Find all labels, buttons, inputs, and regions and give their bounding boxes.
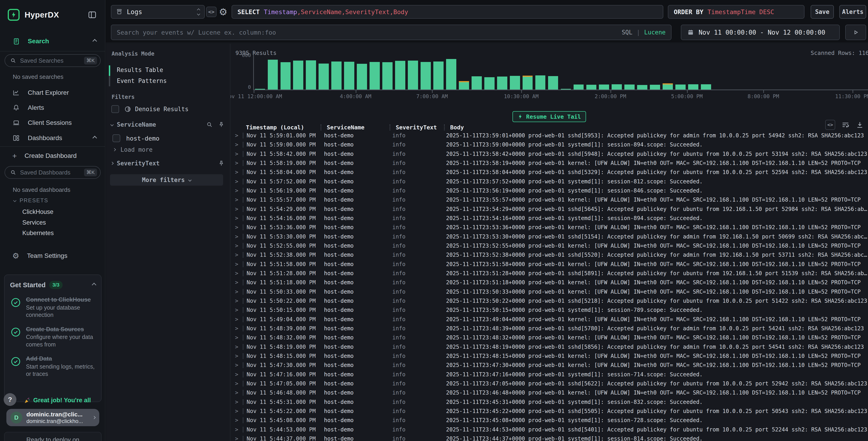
histogram-bar[interactable] bbox=[599, 85, 609, 90]
resume-live-tail-button[interactable]: Resume Live Tail bbox=[513, 111, 586, 122]
row-expand-icon[interactable]: > bbox=[235, 197, 243, 203]
histogram-bar[interactable] bbox=[548, 76, 558, 90]
histogram-bar[interactable] bbox=[688, 84, 699, 90]
mode-results-table[interactable]: Results Table bbox=[117, 66, 163, 74]
checkbox[interactable] bbox=[111, 105, 119, 113]
histogram-bar[interactable] bbox=[612, 84, 622, 90]
log-row[interactable]: >Nov 11 5:55:57.000 PMhost-demoinfo2025-… bbox=[230, 195, 868, 204]
log-row[interactable]: >Nov 11 5:59:00.000 PMhost-demoinfo2025-… bbox=[230, 140, 868, 149]
row-expand-icon[interactable]: > bbox=[235, 399, 243, 405]
row-expand-icon[interactable]: > bbox=[235, 224, 243, 231]
histogram-bar[interactable] bbox=[268, 60, 278, 90]
log-row[interactable]: >Nov 11 5:59:01.000 PMhost-demoinfo2025-… bbox=[230, 131, 868, 140]
log-row[interactable]: >Nov 11 5:44:53.000 PMhost-demoinfo2025-… bbox=[230, 425, 868, 434]
column-resize-handle[interactable] bbox=[390, 124, 393, 130]
log-row[interactable]: >Nov 11 5:51:28.000 PMhost-demoinfo2025-… bbox=[230, 269, 868, 278]
log-row[interactable]: >Nov 11 5:58:42.000 PMhost-demoinfo2025-… bbox=[230, 149, 868, 158]
select-query-input[interactable]: SELECT Timestamp,ServiceName,SeverityTex… bbox=[231, 5, 663, 19]
column-header-timestamp[interactable]: Timestamp (Local) bbox=[246, 124, 320, 131]
gear-icon[interactable]: ⚙ bbox=[217, 5, 229, 19]
row-expand-icon[interactable]: > bbox=[235, 142, 243, 148]
column-header-body[interactable]: Body bbox=[447, 124, 464, 131]
log-row[interactable]: >Nov 11 5:49:04.000 PMhost-demoinfo2025-… bbox=[230, 315, 868, 324]
row-expand-icon[interactable]: > bbox=[235, 344, 243, 350]
checkbox[interactable] bbox=[113, 135, 120, 142]
histogram-bar[interactable] bbox=[472, 76, 482, 90]
row-expand-icon[interactable]: > bbox=[235, 160, 243, 166]
histogram-bar[interactable] bbox=[408, 61, 418, 90]
save-button[interactable]: Save bbox=[811, 5, 834, 19]
histogram-bar[interactable] bbox=[586, 85, 596, 90]
row-expand-icon[interactable]: > bbox=[235, 325, 243, 332]
histogram-bar[interactable] bbox=[510, 76, 520, 90]
row-expand-icon[interactable]: > bbox=[235, 427, 243, 433]
log-row[interactable]: >Nov 11 5:44:37.000 PMhost-demoinfo2025-… bbox=[230, 434, 868, 441]
histogram-bar[interactable] bbox=[574, 85, 584, 90]
log-row[interactable]: >Nov 11 5:46:48.000 PMhost-demoinfo2025-… bbox=[230, 388, 868, 397]
log-row[interactable]: >Nov 11 5:50:33.000 PMhost-demoinfo2025-… bbox=[230, 287, 868, 296]
deploy-banner[interactable]: Ready to deploy on bbox=[4, 432, 101, 441]
row-expand-icon[interactable]: > bbox=[235, 234, 243, 240]
histogram-bar[interactable] bbox=[395, 61, 405, 90]
filter-group-severitytext[interactable]: SeverityText bbox=[111, 160, 225, 167]
row-expand-icon[interactable]: > bbox=[235, 169, 243, 175]
log-row[interactable]: >Nov 11 5:58:04.000 PMhost-demoinfo2025-… bbox=[230, 168, 868, 177]
histogram-bar[interactable] bbox=[650, 85, 660, 90]
event-search-input[interactable]: Search your events w/ Lucene ex. column:… bbox=[111, 25, 672, 40]
sidebar-item-team-settings[interactable]: ⚙ Team Settings bbox=[0, 251, 105, 261]
histogram-bar[interactable] bbox=[624, 85, 634, 90]
sql-toggle[interactable]: SQL bbox=[622, 29, 632, 36]
source-select[interactable]: Logs bbox=[111, 5, 205, 19]
row-expand-icon[interactable]: > bbox=[235, 371, 243, 378]
log-row[interactable]: >Nov 11 5:51:18.000 PMhost-demoinfo2025-… bbox=[230, 278, 868, 287]
histogram-bar[interactable] bbox=[318, 63, 329, 90]
log-row[interactable]: >Nov 11 5:45:31.000 PMhost-demoinfo2025-… bbox=[230, 398, 868, 407]
row-expand-icon[interactable]: > bbox=[235, 353, 243, 359]
order-by-input[interactable]: ORDER BY TimestampTime DESC bbox=[668, 5, 804, 19]
sidebar-item-alerts[interactable]: Alerts bbox=[0, 102, 105, 113]
preset-services[interactable]: Services bbox=[22, 219, 46, 226]
code-view-button[interactable]: <> bbox=[206, 7, 217, 17]
histogram-bar[interactable] bbox=[382, 62, 393, 90]
row-expand-icon[interactable]: > bbox=[235, 380, 243, 387]
log-row[interactable]: >Nov 11 5:48:39.000 PMhost-demoinfo2025-… bbox=[230, 324, 868, 333]
histogram-bar[interactable] bbox=[293, 61, 303, 90]
histogram-bar[interactable] bbox=[306, 60, 316, 90]
histogram-bar[interactable] bbox=[523, 76, 533, 90]
histogram-bar[interactable] bbox=[484, 77, 495, 90]
log-row[interactable]: >Nov 11 5:57:52.000 PMhost-demoinfo2025-… bbox=[230, 177, 868, 186]
log-row[interactable]: >Nov 11 5:56:19.000 PMhost-demoinfo2025-… bbox=[230, 186, 868, 195]
row-expand-icon[interactable]: > bbox=[235, 215, 243, 222]
histogram-bar[interactable] bbox=[421, 62, 431, 90]
sidebar-item-search[interactable]: Search bbox=[0, 36, 105, 47]
row-expand-icon[interactable]: > bbox=[235, 252, 243, 258]
row-expand-icon[interactable]: > bbox=[235, 417, 243, 423]
log-row[interactable]: >Nov 11 5:50:22.000 PMhost-demoinfo2025-… bbox=[230, 296, 868, 305]
help-button[interactable]: ? bbox=[4, 393, 17, 406]
row-expand-icon[interactable]: > bbox=[235, 178, 243, 185]
row-expand-icon[interactable]: > bbox=[235, 298, 243, 304]
more-filters-button[interactable]: More filters bbox=[110, 174, 223, 186]
log-row[interactable]: >Nov 11 5:53:30.000 PMhost-demoinfo2025-… bbox=[230, 232, 868, 241]
sidebar-item-chart-explorer[interactable]: Chart Explorer bbox=[0, 87, 105, 98]
log-row[interactable]: >Nov 11 5:47:16.000 PMhost-demoinfo2025-… bbox=[230, 370, 868, 379]
saved-dashboards-input[interactable]: Saved Dashboards ⌘K bbox=[5, 166, 101, 179]
row-expand-icon[interactable]: > bbox=[235, 334, 243, 341]
denoise-results-checkbox[interactable]: Denoise Results bbox=[111, 105, 189, 113]
sidebar-item-client-sessions[interactable]: Client Sessions bbox=[0, 118, 105, 128]
log-row[interactable]: >Nov 11 5:51:58.000 PMhost-demoinfo2025-… bbox=[230, 260, 868, 269]
histogram-bar[interactable] bbox=[459, 81, 469, 90]
log-row[interactable]: >Nov 11 5:50:15.000 PMhost-demoinfo2025-… bbox=[230, 305, 868, 315]
log-row[interactable]: >Nov 11 5:52:38.000 PMhost-demoinfo2025-… bbox=[230, 251, 868, 260]
column-resize-handle[interactable] bbox=[320, 124, 324, 130]
run-query-button[interactable] bbox=[845, 25, 866, 40]
mode-event-patterns[interactable]: Event Patterns bbox=[117, 78, 167, 84]
histogram-bar[interactable] bbox=[662, 83, 673, 90]
row-expand-icon[interactable]: > bbox=[235, 270, 243, 276]
row-expand-icon[interactable]: > bbox=[235, 206, 243, 212]
row-expand-icon[interactable]: > bbox=[235, 187, 243, 194]
log-row[interactable]: >Nov 11 5:45:08.000 PMhost-demoinfo2025-… bbox=[230, 416, 868, 425]
log-row[interactable]: >Nov 11 5:54:29.000 PMhost-demoinfo2025-… bbox=[230, 205, 868, 214]
sidebar-item-dashboards[interactable]: Dashboards bbox=[0, 133, 105, 143]
log-row[interactable]: >Nov 11 5:53:36.000 PMhost-demoinfo2025-… bbox=[230, 223, 868, 232]
